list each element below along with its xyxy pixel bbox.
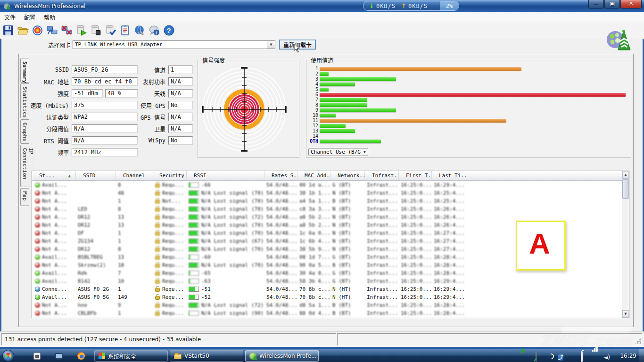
cell: 16:25:0... bbox=[399, 214, 432, 220]
table-row[interactable]: Avail...B14210Requ...-6354.0/48...58 3b … bbox=[32, 277, 622, 285]
cell: 16:25:0... bbox=[399, 294, 432, 300]
log-verify-icon[interactable] bbox=[104, 24, 117, 37]
cell: Skrzew(2) bbox=[76, 262, 116, 268]
firefox-icon[interactable] bbox=[76, 351, 86, 361]
resize-grip[interactable] bbox=[636, 338, 641, 344]
scroll-down-icon[interactable]: ▼ bbox=[622, 310, 629, 318]
help-icon[interactable]: ? bbox=[163, 24, 175, 37]
cell: 16:25:0... bbox=[399, 286, 432, 292]
table-row[interactable]: Not A...LED8Requ...N/A Lost signal (70)5… bbox=[32, 205, 622, 213]
save-icon[interactable] bbox=[2, 24, 15, 37]
chevron-down-icon[interactable]: ▼ bbox=[267, 41, 275, 49]
web-info-icon[interactable]: i bbox=[148, 24, 161, 37]
upload-speed: 0KB/S bbox=[408, 3, 428, 9]
status-dot-red bbox=[35, 263, 40, 268]
log-start-icon[interactable] bbox=[75, 24, 88, 37]
update-check-icon[interactable] bbox=[536, 352, 543, 360]
start-button[interactable] bbox=[2, 350, 14, 362]
close-button[interactable]: ✕ bbox=[620, 0, 642, 8]
column-header-st[interactable]: St...▲ bbox=[32, 171, 76, 180]
column-header-channel[interactable]: Channel bbox=[116, 171, 152, 180]
vertical-scrollbar[interactable]: ▲ ▼ bbox=[622, 171, 629, 318]
adapter-select[interactable]: TP-LINK Wireless USB Adapter ▼ bbox=[73, 40, 275, 49]
report-icon[interactable] bbox=[119, 24, 132, 37]
taskbar-button-folder[interactable]: VStart50 bbox=[170, 350, 243, 362]
taskbar-clock[interactable]: 16:29 bbox=[620, 349, 636, 362]
table-row[interactable]: Not A...CBLBFb1Requ...N/A Lost signal (9… bbox=[32, 309, 622, 317]
field-label: SSID bbox=[19, 66, 72, 73]
cell: 16:29:4... bbox=[432, 182, 467, 188]
menu-item-帮助[interactable]: 帮助 bbox=[40, 12, 59, 22]
table-row[interactable]: Avail...ASUS_FO_5G149Requ...-5254.0/48..… bbox=[32, 293, 622, 301]
column-header-ssid[interactable]: SSID bbox=[76, 171, 116, 180]
table-row[interactable]: Not A...48Requ...N/A Lost signal (70)54.… bbox=[32, 189, 622, 197]
card-disable-icon[interactable] bbox=[60, 24, 73, 37]
channel-usage-panel: 使用信道 1234567891011121314OTH Channel Use … bbox=[306, 60, 631, 158]
field-row: 信道1 bbox=[124, 66, 199, 74]
cell: N/A Lost signal (72) bbox=[187, 214, 264, 220]
cell: 16:25:0... bbox=[399, 222, 432, 228]
column-header-rssi[interactable]: RSSI bbox=[187, 171, 264, 180]
cell: -52 bbox=[187, 294, 264, 300]
column-header-network[interactable]: Network... bbox=[330, 171, 365, 180]
volume-icon[interactable]: ◄) bbox=[603, 352, 611, 360]
column-header-infrast[interactable]: Infrast... bbox=[365, 171, 399, 180]
table-row[interactable]: Not A...1Not...N/A Lost signal (70)54.0/… bbox=[32, 197, 622, 205]
cell: Requ... bbox=[152, 270, 187, 276]
cell: Not A... bbox=[32, 198, 76, 204]
open-folder-icon[interactable] bbox=[17, 24, 29, 37]
menu-item-文件[interactable]: 文件 bbox=[0, 12, 20, 22]
scroll-up-icon[interactable]: ▲ bbox=[622, 171, 629, 179]
cell: Infrast... bbox=[365, 310, 399, 316]
wirelessmon-window: WirelessMon Professional ↓ 0KB/S ↑ 0KB/S… bbox=[0, 0, 644, 349]
mouse-cursor-icon bbox=[294, 43, 300, 53]
channel-label: 8 bbox=[307, 102, 320, 107]
minimize-button[interactable]: — bbox=[588, 0, 604, 8]
column-header-macadd[interactable]: MAC Add... bbox=[297, 171, 330, 180]
cell: Not... bbox=[152, 198, 187, 204]
cell: B142 bbox=[76, 278, 116, 284]
channel-label: OTH bbox=[307, 139, 320, 144]
sync-icon[interactable]: ⤴ bbox=[558, 352, 566, 360]
column-header-lastti[interactable]: Last Ti... bbox=[432, 171, 467, 180]
cell: Infrast... bbox=[365, 198, 399, 204]
antivirus-icon[interactable] bbox=[547, 352, 554, 360]
chevron-down-icon[interactable]: ▼ bbox=[363, 150, 366, 154]
network-signal-icon[interactable] bbox=[592, 352, 600, 360]
tab-map[interactable]: Map bbox=[20, 188, 29, 206]
title-bar: WirelessMon Professional ↓ 0KB/S ↑ 0KB/S… bbox=[0, 0, 644, 12]
cell: 18 bbox=[116, 262, 152, 268]
cell: N/A Lost signal (70) bbox=[187, 262, 264, 268]
maximize-button[interactable]: ▣ bbox=[604, 0, 620, 8]
target-icon[interactable] bbox=[31, 24, 44, 37]
cell: 16:25:0... bbox=[399, 206, 432, 212]
column-header-security[interactable]: Security bbox=[152, 171, 187, 180]
cell: N (BT) bbox=[330, 230, 365, 236]
column-header-firstt[interactable]: First T... bbox=[399, 171, 432, 180]
wirelessmon-tray-icon[interactable] bbox=[524, 352, 532, 360]
taskbar-button-wirelessmon[interactable]: WirelessMon Profe... bbox=[245, 350, 319, 362]
cell: G (BT) bbox=[330, 278, 365, 284]
media-app-icon[interactable] bbox=[32, 351, 41, 361]
computer-icon[interactable] bbox=[54, 351, 64, 361]
table-row[interactable]: Not A...hne9Requ...N/A Lost signal (72)5… bbox=[32, 301, 622, 309]
menu-item-配置[interactable]: 配置 bbox=[20, 12, 40, 22]
table-row[interactable]: Not A...DR1213Requ...N/A Lost signal (72… bbox=[32, 213, 622, 221]
battery-icon[interactable] bbox=[581, 352, 588, 360]
column-header-ratess[interactable]: Rates S... bbox=[264, 171, 297, 180]
cell: 16:25:4... bbox=[432, 190, 467, 196]
table-row[interactable]: Conne...ASUS_FO_2G1Requ...-5154.0/48...7… bbox=[32, 285, 622, 293]
table-row[interactable]: Avail...8Requ...-6654.0/48...00 1d a...G… bbox=[32, 181, 622, 189]
cell: 70 8b c... bbox=[297, 294, 330, 300]
rssi-bar-icon bbox=[189, 255, 199, 260]
show-desktop-button[interactable] bbox=[639, 349, 644, 362]
taskbar-button-control-panel[interactable]: 系统和安全 bbox=[94, 350, 168, 362]
channel-use-select[interactable]: Channel Use (B/G ▼ bbox=[308, 148, 368, 156]
card-reload-icon[interactable] bbox=[46, 24, 58, 37]
web-edit-icon[interactable] bbox=[133, 24, 146, 37]
log-stop-icon[interactable] bbox=[90, 24, 102, 37]
scrollbar-thumb[interactable] bbox=[622, 179, 629, 199]
status-dot-red bbox=[35, 247, 40, 252]
cell: 13 bbox=[116, 254, 152, 260]
security-shield-icon[interactable] bbox=[570, 352, 577, 360]
